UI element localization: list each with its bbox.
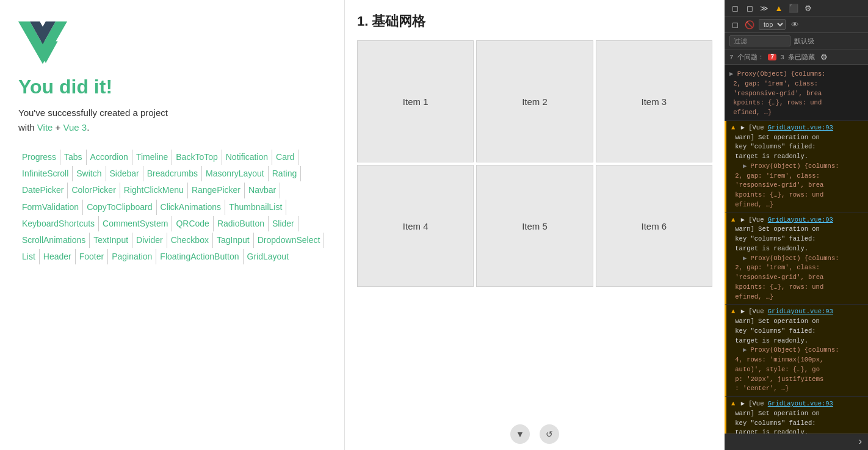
nav-link-datepicker[interactable]: DatePicker xyxy=(18,183,68,198)
period: . xyxy=(87,122,89,132)
grid-item-2: Item 2 xyxy=(476,40,593,162)
warn-icon-3: ▲ xyxy=(731,308,735,315)
devtools-settings-btn2[interactable]: ⚙ xyxy=(819,51,830,62)
nav-link-textinput[interactable]: TextInput xyxy=(90,233,132,248)
nav-link-footer[interactable]: Footer xyxy=(76,249,108,264)
proxy-expand-1[interactable]: ▶ xyxy=(743,162,747,170)
devtools-hidden-count: 3 条已隐藏 xyxy=(780,53,815,62)
nav-link-header[interactable]: Header xyxy=(40,249,76,264)
devtools-btn-clear[interactable]: 🚫 xyxy=(744,19,755,30)
bottom-icons: ▼ ↺ xyxy=(510,424,559,444)
warn-link-2[interactable]: GridLayout.vue:93 xyxy=(768,216,833,223)
nav-link-slider[interactable]: Slider xyxy=(269,216,298,231)
nav-link-clickanimations[interactable]: ClickAnimations xyxy=(157,200,226,215)
nav-link-copytoclipboard[interactable]: CopyToClipboard xyxy=(83,200,156,215)
nav-link-card[interactable]: Card xyxy=(272,150,298,165)
nav-link-breadcrumbs[interactable]: Breadcrumbs xyxy=(143,166,202,181)
nav-link-backtotop[interactable]: BackToTop xyxy=(172,150,222,165)
nav-link-accordion[interactable]: Accordion xyxy=(87,150,132,165)
devtools-btn-device[interactable]: ◻ xyxy=(744,2,755,13)
vue-logo xyxy=(18,18,67,67)
proxy-expand-2[interactable]: ▶ xyxy=(743,255,747,262)
devtools-toolbar-2: ◻ 🚫 top 👁 xyxy=(725,16,868,33)
nav-link-gridlayout[interactable]: GridLayout xyxy=(244,249,292,264)
devtools-btn-inspect[interactable]: ◻ xyxy=(729,2,740,13)
devtools-btn-more[interactable]: ≫ xyxy=(759,2,770,13)
nav-link-keyboardshortcuts[interactable]: KeyboardShortcuts xyxy=(18,216,99,231)
devtools-btn-eye[interactable]: 👁 xyxy=(789,19,800,30)
nav-link-formvalidation[interactable]: FormValidation xyxy=(18,200,83,215)
nav-link-qrcode[interactable]: QRCode xyxy=(172,216,213,231)
nav-links: ProgressTabsAccordionTimelineBackToTopNo… xyxy=(18,150,326,264)
grid-item-4: Item 4 xyxy=(357,165,474,287)
nav-link-rangepicker[interactable]: RangePicker xyxy=(188,183,245,198)
nav-link-tabs[interactable]: Tabs xyxy=(60,150,87,165)
warn-link-1[interactable]: GridLayout.vue:93 xyxy=(768,124,833,131)
nav-link-radiobutton[interactable]: RadioButton xyxy=(214,216,269,231)
vue-link[interactable]: Vue 3 xyxy=(63,122,87,132)
devtools-filter-input[interactable] xyxy=(729,35,790,46)
grid-item-1: Item 1 xyxy=(357,40,474,162)
expand-arrow[interactable]: ▶ xyxy=(729,70,733,78)
nav-link-sidebar[interactable]: Sidebar xyxy=(106,166,143,181)
proxy-expand-3[interactable]: ▶ xyxy=(743,346,747,354)
devtools-expand-footer[interactable]: › xyxy=(857,437,863,448)
page-title: You did it! xyxy=(18,76,326,98)
devtools-panel: ◻ ◻ ≫ ▲ ⬛ ⚙ ◻ 🚫 top 👁 默认级 7 个问题： 7 3 条已隐… xyxy=(725,0,868,450)
middle-panel: 1. 基础网格 Item 1Item 2Item 3Item 4Item 5It… xyxy=(345,0,725,450)
devtools-btn-error[interactable]: ⬛ xyxy=(788,2,799,13)
nav-link-pagination[interactable]: Pagination xyxy=(108,249,156,264)
warn-link-4[interactable]: GridLayout.vue:93 xyxy=(768,400,833,407)
devtools-toolbar-1: ◻ ◻ ≫ ▲ ⬛ ⚙ xyxy=(725,0,868,16)
left-panel: You did it! You've successfully created … xyxy=(0,0,345,450)
log-entry-warn-2: ▲ ▶ [Vue GridLayout.vue:93 warn] Set ope… xyxy=(725,213,868,305)
nav-link-progress[interactable]: Progress xyxy=(18,150,60,165)
warn-icon-1: ▲ xyxy=(731,124,735,131)
nav-link-floatingactionbutton[interactable]: FloatingActionButton xyxy=(156,249,243,264)
devtools-issue-count-label: 7 个问题： xyxy=(729,53,764,62)
nav-link-list[interactable]: List xyxy=(18,249,40,264)
nav-link-rating[interactable]: Rating xyxy=(269,166,301,181)
refresh-icon[interactable]: ↺ xyxy=(540,424,559,444)
devtools-filter-row: 默认级 xyxy=(725,33,868,49)
grid-container: Item 1Item 2Item 3Item 4Item 5Item 6 xyxy=(357,40,712,287)
grid-item-3: Item 3 xyxy=(596,40,712,162)
devtools-btn-settings[interactable]: ⚙ xyxy=(803,2,814,13)
devtools-status-bar: 7 个问题： 7 3 条已隐藏 ⚙ xyxy=(725,49,868,65)
log-text-plain: Proxy(Object) {columns: 2, gap: '1rem', … xyxy=(729,70,826,116)
grid-item-6: Item 6 xyxy=(596,165,712,287)
nav-link-divider[interactable]: Divider xyxy=(132,233,167,248)
devtools-btn-sidebar[interactable]: ◻ xyxy=(729,19,740,30)
nav-link-masonrylayout[interactable]: MasonryLayout xyxy=(202,166,269,181)
log-entry-warn-3: ▲ ▶ [Vue GridLayout.vue:93 warn] Set ope… xyxy=(725,305,868,397)
warn-icon-2: ▲ xyxy=(731,216,735,223)
nav-link-thumbnaillist[interactable]: ThumbnailList xyxy=(225,200,286,215)
devtools-level-select[interactable]: top xyxy=(759,19,786,30)
nav-link-taginput[interactable]: TagInput xyxy=(213,233,254,248)
devtools-default-level: 默认级 xyxy=(794,37,814,46)
nav-link-rightclickmenu[interactable]: RightClickMenu xyxy=(120,183,188,198)
warn-icon-4: ▲ xyxy=(731,400,735,407)
nav-link-switch[interactable]: Switch xyxy=(73,166,106,181)
warn-link-3[interactable]: GridLayout.vue:93 xyxy=(768,308,833,315)
nav-link-navbar[interactable]: Navbar xyxy=(245,183,280,198)
subtitle: You've successfully created a projectwit… xyxy=(18,106,326,135)
log-entry-warn-1: ▲ ▶ [Vue GridLayout.vue:93 warn] Set ope… xyxy=(725,121,868,213)
nav-link-checkbox[interactable]: Checkbox xyxy=(167,233,213,248)
nav-link-commentsystem[interactable]: CommentSystem xyxy=(99,216,172,231)
nav-link-scrollanimations[interactable]: ScrollAnimations xyxy=(18,233,90,248)
nav-link-timeline[interactable]: Timeline xyxy=(132,150,172,165)
grid-item-5: Item 5 xyxy=(476,165,593,287)
log-entry-warn-4: ▲ ▶ [Vue GridLayout.vue:93 warn] Set ope… xyxy=(725,397,868,434)
devtools-btn-warning[interactable]: ▲ xyxy=(773,2,784,13)
devtools-footer: › xyxy=(725,434,868,450)
devtools-log-content: ▶ Proxy(Object) {columns: 2, gap: '1rem'… xyxy=(725,65,868,434)
vite-link[interactable]: Vite xyxy=(37,122,53,132)
nav-link-infinitescroll[interactable]: InfiniteScroll xyxy=(18,166,73,181)
plus-text: + xyxy=(52,122,63,132)
nav-link-notification[interactable]: Notification xyxy=(222,150,272,165)
nav-link-colorpicker[interactable]: ColorPicker xyxy=(68,183,120,198)
nav-link-dropdownselect[interactable]: DropdownSelect xyxy=(254,233,325,248)
collapse-icon[interactable]: ▼ xyxy=(510,424,530,444)
devtools-warn-badge: 7 xyxy=(768,54,776,60)
